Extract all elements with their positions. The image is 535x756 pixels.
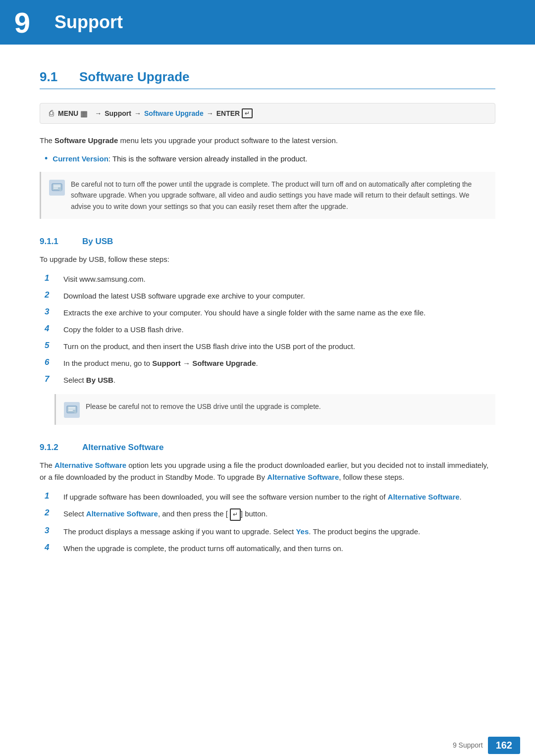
software-upgrade-bold: Software Upgrade bbox=[54, 136, 118, 145]
arrow-3: → bbox=[207, 109, 214, 117]
footer-label: 9 Support bbox=[453, 741, 483, 749]
svg-rect-5 bbox=[67, 406, 77, 413]
alt-step-text-2: Select Alternative Software, and then pr… bbox=[63, 508, 268, 521]
by-usb-bold: By USB bbox=[86, 376, 113, 384]
alt-step-3: 3 The product displays a message asking … bbox=[40, 526, 495, 538]
bullet-dot: • bbox=[45, 153, 48, 164]
usb-step-6: 6 In the product menu, go to Support → S… bbox=[40, 357, 495, 369]
usb-step-5: 5 Turn on the product, and then insert t… bbox=[40, 341, 495, 353]
step-text-6: In the product menu, go to Support → Sof… bbox=[63, 357, 258, 369]
subsection-9-1-1-number: 9.1.1 bbox=[40, 237, 74, 247]
alt-sw-bold-1: Alternative Software bbox=[54, 461, 126, 469]
section-9-1-title: Software Upgrade bbox=[79, 69, 190, 85]
alt-sw-intro: The Alternative Software option lets you… bbox=[40, 459, 495, 483]
enter-icon: ↵ bbox=[242, 108, 253, 118]
main-content: 9.1 Software Upgrade ⎙ MENU ▦ → Support … bbox=[0, 45, 535, 602]
chapter-title: Support bbox=[54, 12, 123, 33]
step-num-6: 6 bbox=[45, 357, 59, 367]
alt-sw-steps-list: 1 If upgrade software has been downloade… bbox=[40, 491, 495, 554]
step-num-4: 4 bbox=[45, 324, 59, 334]
usb-step-3: 3 Extracts the exe archive to your compu… bbox=[40, 307, 495, 319]
arrow-1: → bbox=[95, 109, 102, 117]
usb-step-7: 7 Select By USB. bbox=[40, 374, 495, 386]
subsection-9-1-1-title: By USB bbox=[82, 237, 113, 247]
svg-rect-0 bbox=[52, 184, 62, 191]
menu-path: ⎙ MENU ▦ → Support → Software Upgrade → … bbox=[40, 103, 495, 124]
alt-step-text-1: If upgrade software has been downloaded,… bbox=[63, 491, 462, 503]
bullet-item-current-version: • Current Version: This is the software … bbox=[40, 154, 495, 164]
support-bold: Support bbox=[152, 359, 181, 367]
alt-step-num-3: 3 bbox=[45, 526, 59, 536]
menu-icon: ⎙ bbox=[49, 109, 54, 118]
step-text-1: Visit www.samsung.com. bbox=[63, 273, 146, 285]
subsection-9-1-2-number: 9.1.2 bbox=[40, 443, 74, 453]
arrow-2: → bbox=[134, 109, 141, 117]
note-text-usb: Please be careful not to remove the USB … bbox=[86, 401, 321, 412]
step-num-3: 3 bbox=[45, 307, 59, 317]
chapter-number: 9 bbox=[14, 6, 30, 39]
step-text-7: Select By USB. bbox=[63, 374, 115, 386]
current-version-label: Current Version bbox=[53, 154, 108, 163]
note-text-1: Be careful not to turn off the power unt… bbox=[71, 179, 487, 212]
step-text-4: Copy the folder to a USB flash drive. bbox=[63, 324, 184, 336]
step-num-7: 7 bbox=[45, 374, 59, 384]
note-box-usb: Please be careful not to remove the USB … bbox=[54, 394, 495, 425]
bullet-text: Current Version: This is the software ve… bbox=[53, 154, 307, 163]
enter-label: ENTER bbox=[216, 109, 240, 117]
chapter-number-box: 9 bbox=[0, 0, 45, 45]
step-text-3: Extracts the exe archive to your compute… bbox=[63, 307, 426, 319]
grid-icon: ▦ bbox=[80, 109, 88, 118]
alt-sw-step1-bold: Alternative Software bbox=[388, 493, 460, 501]
alt-step-num-4: 4 bbox=[45, 543, 59, 553]
section-9-1-heading: 9.1 Software Upgrade bbox=[40, 69, 495, 89]
by-usb-intro: To upgrade by USB, follow these steps: bbox=[40, 253, 495, 265]
usb-step-2: 2 Download the latest USB software upgra… bbox=[40, 290, 495, 302]
alt-step-text-4: When the upgrade is complete, the produc… bbox=[63, 543, 343, 554]
usb-step-4: 4 Copy the folder to a USB flash drive. bbox=[40, 324, 495, 336]
alt-step-2: 2 Select Alternative Software, and then … bbox=[40, 508, 495, 521]
subsection-9-1-2-heading: 9.1.2 Alternative Software bbox=[40, 443, 495, 453]
page-footer: 9 Support 162 bbox=[0, 734, 535, 756]
usb-step-1: 1 Visit www.samsung.com. bbox=[40, 273, 495, 285]
chapter-header: 9 Support bbox=[0, 0, 535, 45]
software-upgrade-nav: Software Upgrade bbox=[144, 109, 204, 117]
subsection-9-1-2-title: Alternative Software bbox=[82, 443, 163, 453]
alt-step-4: 4 When the upgrade is complete, the prod… bbox=[40, 543, 495, 554]
step-num-2: 2 bbox=[45, 290, 59, 300]
alt-step-num-2: 2 bbox=[45, 508, 59, 518]
step-text-5: Turn on the product, and then insert the… bbox=[63, 341, 355, 353]
alt-sw-bold-2: Alternative Software bbox=[267, 473, 339, 481]
support-nav: Support bbox=[105, 109, 131, 117]
section-9-1-number: 9.1 bbox=[40, 69, 69, 85]
alt-step-1: 1 If upgrade software has been downloade… bbox=[40, 491, 495, 503]
note-icon-1 bbox=[49, 180, 65, 196]
subsection-9-1-1-heading: 9.1.1 By USB bbox=[40, 237, 495, 247]
alt-step-text-3: The product displays a message asking if… bbox=[63, 526, 420, 538]
step-num-5: 5 bbox=[45, 341, 59, 351]
page-number: 162 bbox=[488, 737, 520, 754]
enter-icon-step2: ↵ bbox=[230, 508, 241, 521]
software-upgrade-bold-6: Software Upgrade bbox=[192, 359, 256, 367]
bullet-list: • Current Version: This is the software … bbox=[40, 154, 495, 164]
alt-sw-step2-bold: Alternative Software bbox=[86, 509, 158, 518]
note-box-1: Be careful not to turn off the power unt… bbox=[40, 172, 495, 219]
step-text-2: Download the latest USB software upgrade… bbox=[63, 290, 305, 302]
note-icon-usb bbox=[64, 402, 80, 418]
alt-step-num-1: 1 bbox=[45, 491, 59, 501]
yes-bold: Yes bbox=[296, 527, 309, 536]
step-num-1: 1 bbox=[45, 273, 59, 283]
menu-label: MENU bbox=[58, 109, 78, 117]
usb-steps-list: 1 Visit www.samsung.com. 2 Download the … bbox=[40, 273, 495, 386]
intro-paragraph: The Software Upgrade menu lets you upgra… bbox=[40, 135, 495, 147]
